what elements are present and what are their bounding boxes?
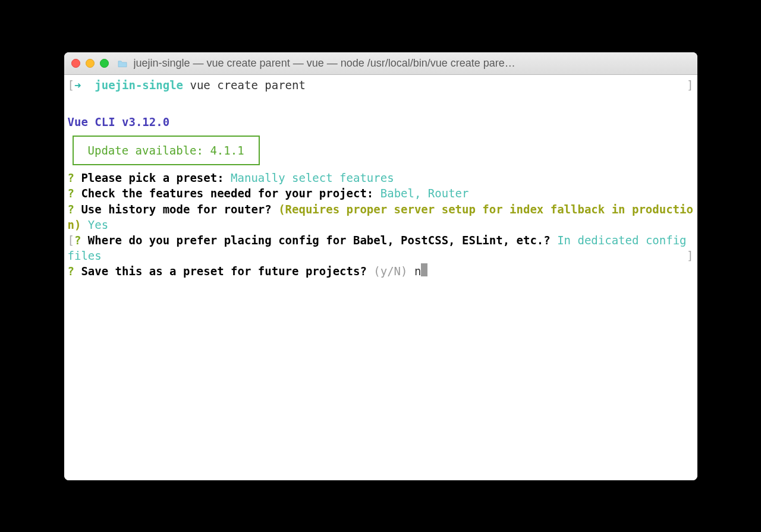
question-mark-icon: ? [68, 203, 74, 216]
terminal-window: juejin-single — vue create parent — vue … [64, 52, 697, 480]
titlebar: juejin-single — vue create parent — vue … [64, 52, 697, 75]
question-text: Check the features needed for your proje… [81, 187, 373, 200]
line-right-bracket: ] [687, 248, 693, 263]
question-preset: ? Please pick a preset: Manually select … [68, 170, 694, 185]
prompt-right-bracket: ] [687, 77, 693, 93]
close-icon[interactable] [71, 59, 80, 68]
prompt-directory: juejin-single [95, 78, 183, 92]
traffic-lights [71, 59, 109, 68]
minimize-icon[interactable] [86, 59, 95, 68]
question-features: ? Check the features needed for your pro… [68, 185, 694, 201]
answer-value: Yes [88, 218, 108, 231]
answer-value: Babel, Router [380, 187, 469, 200]
question-mark-icon: ? [74, 234, 81, 247]
vue-cli-version: Vue CLI v3.12.0 [68, 114, 694, 130]
question-history-mode: ? Use history mode for router? (Requires… [68, 202, 694, 232]
prompt-command: vue create parent [190, 78, 305, 92]
question-save-preset: ? Save this as a preset for future proje… [68, 263, 694, 279]
window-title: juejin-single — vue create parent — vue … [134, 57, 690, 70]
question-mark-icon: ? [68, 187, 74, 200]
cursor-icon [421, 263, 427, 276]
answer-value: Manually select features [231, 171, 394, 184]
question-config-placement: [? Where do you prefer placing config fo… [68, 232, 694, 263]
prompt-line: [➜ juejin-single vue create parent] [68, 77, 694, 93]
question-mark-icon: ? [68, 265, 74, 278]
question-text: Save this as a preset for future project… [81, 265, 366, 278]
zoom-icon[interactable] [100, 59, 109, 68]
question-text: Please pick a preset: [81, 171, 224, 184]
prompt-left-bracket: [ [68, 78, 74, 92]
question-text: Use history mode for router? [81, 203, 271, 216]
user-input[interactable]: n [414, 265, 421, 278]
prompt-arrow-icon: ➜ [74, 78, 81, 92]
question-text: Where do you prefer placing config for B… [88, 234, 551, 247]
question-mark-icon: ? [68, 171, 74, 184]
terminal-body[interactable]: [➜ juejin-single vue create parent] Vue … [64, 75, 697, 480]
input-hint: (y/N) [373, 265, 407, 278]
line-left-bracket: [ [68, 234, 74, 247]
update-available-box: Update available: 4.1.1 [73, 136, 260, 165]
folder-icon [117, 59, 128, 67]
